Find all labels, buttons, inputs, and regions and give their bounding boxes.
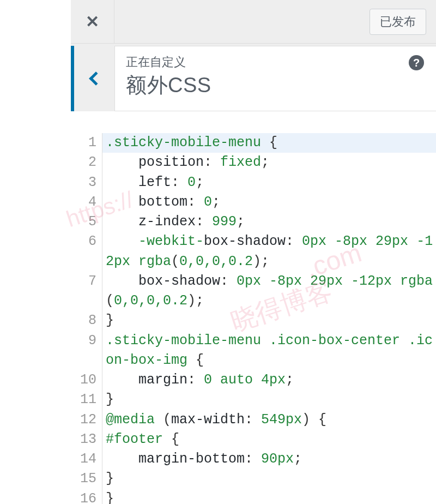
line-content[interactable]: -webkit-box-shadow: 0px -8px 29px -12px …	[102, 232, 436, 272]
line-content[interactable]: .sticky-mobile-menu {	[102, 133, 436, 153]
code-line[interactable]: 11}	[71, 390, 436, 410]
line-content[interactable]: #footer {	[102, 430, 436, 449]
customizing-label: 正在自定义	[126, 54, 425, 70]
code-line[interactable]: 7 box-shadow: 0px -8px 29px -12px rgba(0…	[71, 272, 436, 311]
line-content[interactable]: position: fixed;	[102, 153, 436, 172]
section-header: 正在自定义 额外CSS ?	[71, 46, 436, 111]
line-content[interactable]: .sticky-mobile-menu .icon-box-center .ic…	[102, 331, 436, 371]
close-icon: ✕	[86, 14, 99, 30]
line-number: 3	[71, 173, 102, 193]
css-code-editor[interactable]: 1.sticky-mobile-menu {2 position: fixed;…	[71, 133, 436, 504]
line-number: 14	[71, 449, 102, 469]
section-title-box: 正在自定义 额外CSS ?	[114, 46, 436, 111]
line-number: 13	[71, 430, 102, 449]
line-content[interactable]: }	[102, 469, 436, 489]
line-number: 10	[71, 370, 102, 390]
close-button[interactable]: ✕	[71, 0, 114, 44]
code-line[interactable]: 6 -webkit-box-shadow: 0px -8px 29px -12p…	[71, 232, 436, 272]
back-button[interactable]	[74, 46, 114, 111]
line-number: 5	[71, 212, 102, 232]
help-icon[interactable]: ?	[409, 55, 424, 70]
publish-status-button[interactable]: 已发布	[370, 9, 426, 35]
line-number: 2	[71, 153, 102, 172]
line-content[interactable]: bottom: 0;	[102, 193, 436, 212]
code-line[interactable]: 13#footer {	[71, 430, 436, 449]
line-number: 1	[71, 133, 102, 153]
code-line[interactable]: 5 z-index: 999;	[71, 212, 436, 232]
line-content[interactable]: margin: 0 auto 4px;	[102, 370, 436, 390]
code-line[interactable]: 2 position: fixed;	[71, 153, 436, 172]
line-content[interactable]: box-shadow: 0px -8px 29px -12px rgba(0,0…	[102, 272, 436, 311]
line-number: 9	[71, 331, 102, 371]
code-line[interactable]: 14 margin-bottom: 90px;	[71, 449, 436, 469]
code-line[interactable]: 1.sticky-mobile-menu {	[71, 133, 436, 153]
line-content[interactable]: }	[102, 489, 436, 505]
line-number: 16	[71, 489, 102, 505]
code-line[interactable]: 15}	[71, 469, 436, 489]
line-content[interactable]: left: 0;	[102, 173, 436, 193]
line-number: 6	[71, 232, 102, 272]
chevron-left-icon	[89, 71, 102, 85]
line-content[interactable]: margin-bottom: 90px;	[102, 449, 436, 469]
customizer-topbar: ✕ 已发布	[71, 0, 436, 44]
line-content[interactable]: }	[102, 390, 436, 410]
code-line[interactable]: 3 left: 0;	[71, 173, 436, 193]
code-line[interactable]: 10 margin: 0 auto 4px;	[71, 370, 436, 390]
code-line[interactable]: 9.sticky-mobile-menu .icon-box-center .i…	[71, 331, 436, 371]
code-line[interactable]: 8}	[71, 311, 436, 331]
line-number: 12	[71, 410, 102, 430]
section-title: 额外CSS	[126, 71, 425, 99]
line-number: 8	[71, 311, 102, 331]
line-number: 7	[71, 272, 102, 311]
line-content[interactable]: }	[102, 311, 436, 331]
line-content[interactable]: @media (max-width: 549px) {	[102, 410, 436, 430]
line-number: 11	[71, 390, 102, 410]
line-content[interactable]: z-index: 999;	[102, 212, 436, 232]
code-line[interactable]: 12@media (max-width: 549px) {	[71, 410, 436, 430]
code-line[interactable]: 4 bottom: 0;	[71, 193, 436, 212]
line-number: 4	[71, 193, 102, 212]
customizer-panel: ✕ 已发布 正在自定义 额外CSS ?	[71, 0, 436, 111]
line-number: 15	[71, 469, 102, 489]
code-line[interactable]: 16}	[71, 489, 436, 505]
